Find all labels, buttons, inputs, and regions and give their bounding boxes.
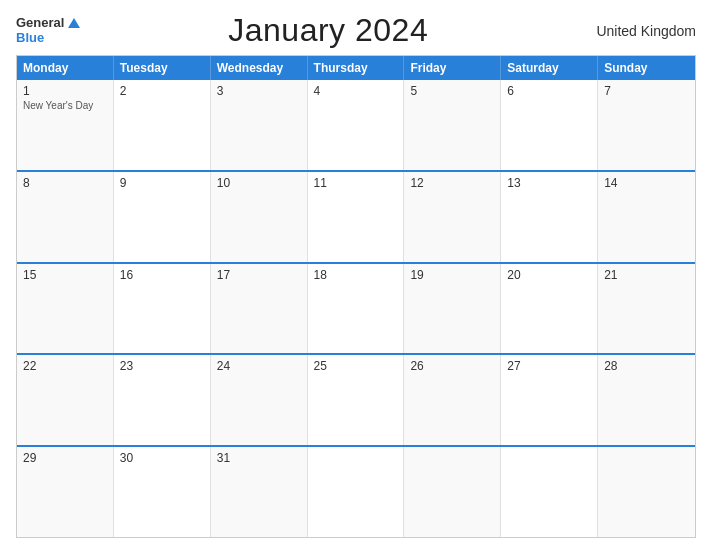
weeks-container: 1New Year's Day2345678910111213141516171…	[17, 80, 695, 537]
day-number: 16	[120, 268, 204, 282]
weekday-sunday: Sunday	[598, 56, 695, 80]
day-number: 23	[120, 359, 204, 373]
weekday-monday: Monday	[17, 56, 114, 80]
day-cell: 14	[598, 172, 695, 262]
day-cell: 7	[598, 80, 695, 170]
day-cell: 31	[211, 447, 308, 537]
day-number: 22	[23, 359, 107, 373]
day-cell: 29	[17, 447, 114, 537]
day-cell: 5	[404, 80, 501, 170]
day-number: 13	[507, 176, 591, 190]
day-number: 19	[410, 268, 494, 282]
day-cell	[598, 447, 695, 537]
weekdays-row: MondayTuesdayWednesdayThursdayFridaySatu…	[17, 56, 695, 80]
day-cell: 1New Year's Day	[17, 80, 114, 170]
day-cell: 2	[114, 80, 211, 170]
day-number: 12	[410, 176, 494, 190]
day-number: 10	[217, 176, 301, 190]
day-number: 9	[120, 176, 204, 190]
day-number: 29	[23, 451, 107, 465]
day-cell: 21	[598, 264, 695, 354]
day-cell: 11	[308, 172, 405, 262]
day-number: 27	[507, 359, 591, 373]
day-number: 11	[314, 176, 398, 190]
day-cell: 9	[114, 172, 211, 262]
day-cell: 3	[211, 80, 308, 170]
day-cell: 20	[501, 264, 598, 354]
day-cell	[501, 447, 598, 537]
day-number: 3	[217, 84, 301, 98]
day-cell: 22	[17, 355, 114, 445]
calendar-header: General Blue January 2024 United Kingdom	[16, 12, 696, 49]
day-cell: 19	[404, 264, 501, 354]
day-cell: 25	[308, 355, 405, 445]
weekday-friday: Friday	[404, 56, 501, 80]
day-cell: 24	[211, 355, 308, 445]
day-cell: 23	[114, 355, 211, 445]
day-event: New Year's Day	[23, 100, 107, 111]
calendar-grid: MondayTuesdayWednesdayThursdayFridaySatu…	[16, 55, 696, 538]
day-cell: 16	[114, 264, 211, 354]
logo-general-text: General	[16, 16, 64, 30]
day-cell: 17	[211, 264, 308, 354]
week-row-1: 1New Year's Day234567	[17, 80, 695, 170]
day-number: 21	[604, 268, 689, 282]
weekday-saturday: Saturday	[501, 56, 598, 80]
day-cell	[308, 447, 405, 537]
day-number: 8	[23, 176, 107, 190]
day-number: 15	[23, 268, 107, 282]
day-cell: 13	[501, 172, 598, 262]
day-number: 24	[217, 359, 301, 373]
weekday-wednesday: Wednesday	[211, 56, 308, 80]
day-number: 31	[217, 451, 301, 465]
logo-blue-text: Blue	[16, 31, 80, 45]
week-row-3: 15161718192021	[17, 262, 695, 354]
day-number: 25	[314, 359, 398, 373]
day-number: 6	[507, 84, 591, 98]
day-cell: 18	[308, 264, 405, 354]
country-label: United Kingdom	[576, 23, 696, 39]
day-cell	[404, 447, 501, 537]
week-row-5: 293031	[17, 445, 695, 537]
day-number: 2	[120, 84, 204, 98]
week-row-2: 891011121314	[17, 170, 695, 262]
day-number: 30	[120, 451, 204, 465]
day-cell: 26	[404, 355, 501, 445]
day-cell: 15	[17, 264, 114, 354]
day-number: 1	[23, 84, 107, 98]
weekday-thursday: Thursday	[308, 56, 405, 80]
day-cell: 12	[404, 172, 501, 262]
day-cell: 28	[598, 355, 695, 445]
day-cell: 6	[501, 80, 598, 170]
calendar-title: January 2024	[80, 12, 576, 49]
day-cell: 30	[114, 447, 211, 537]
weekday-tuesday: Tuesday	[114, 56, 211, 80]
calendar-page: General Blue January 2024 United Kingdom…	[0, 0, 712, 550]
day-number: 14	[604, 176, 689, 190]
day-number: 5	[410, 84, 494, 98]
day-number: 7	[604, 84, 689, 98]
logo-triangle-icon	[68, 18, 80, 28]
day-cell: 10	[211, 172, 308, 262]
day-cell: 8	[17, 172, 114, 262]
day-number: 26	[410, 359, 494, 373]
logo: General Blue	[16, 16, 80, 45]
day-number: 4	[314, 84, 398, 98]
day-number: 18	[314, 268, 398, 282]
week-row-4: 22232425262728	[17, 353, 695, 445]
day-number: 17	[217, 268, 301, 282]
day-cell: 4	[308, 80, 405, 170]
day-number: 28	[604, 359, 689, 373]
day-number: 20	[507, 268, 591, 282]
day-cell: 27	[501, 355, 598, 445]
